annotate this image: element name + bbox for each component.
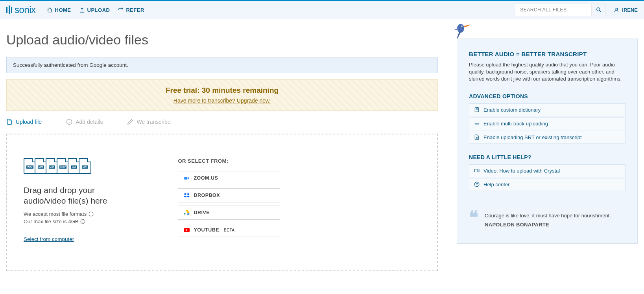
step-divider: [47, 122, 61, 122]
quote-text: Courage is like love; it must have hope …: [485, 213, 611, 219]
or-select-label: OR SELECT FROM:: [178, 158, 296, 164]
trial-upgrade-link[interactable]: Have more to transcribe? Upgrade now.: [173, 97, 271, 104]
svg-point-7: [457, 24, 464, 33]
file-icon: [6, 119, 13, 125]
svg-point-0: [597, 8, 600, 11]
help-icon: [474, 182, 480, 187]
header-right: IRENE: [515, 4, 638, 16]
alert-auth-text: Successfully authenticated from Google a…: [13, 62, 128, 68]
refer-icon: [118, 7, 124, 13]
alert-auth-success: Successfully authenticated from Google a…: [6, 57, 438, 73]
multitrack-icon: [474, 121, 480, 126]
nav-upload-label: UPLOAD: [87, 7, 110, 13]
step-divider: [108, 122, 122, 122]
source-youtube-label: YOUTUBE: [194, 227, 219, 233]
source-zoom-button[interactable]: ZOOM.US: [178, 171, 280, 185]
svg-rect-11: [474, 169, 478, 172]
home-icon: [47, 7, 53, 13]
upload-icon: [79, 7, 85, 13]
brand-text: sonix: [15, 4, 36, 15]
step-upload-label: Upload file: [16, 119, 42, 125]
sidebar-heading-help: NEED A LITTLE HELP?: [469, 154, 626, 160]
source-youtube-button[interactable]: YOUTUBE BETA: [178, 223, 280, 237]
logo-icon: [6, 6, 12, 14]
video-icon: [474, 168, 480, 173]
quote-author: NAPOLEON BONAPARTE: [485, 222, 611, 228]
quote-block: ❝ Courage is like love; it must have hop…: [469, 213, 626, 228]
srt-icon: [474, 134, 480, 140]
sidebar-heading-audio: BETTER AUDIO = BETTER TRANSCRIPT: [469, 51, 626, 57]
bird-illustration: [449, 20, 472, 40]
nav-home-label: HOME: [55, 7, 71, 13]
nav-home[interactable]: HOME: [47, 7, 71, 13]
dropbox-icon: [184, 193, 190, 198]
step-transcribe-label: We transcribe: [137, 119, 170, 125]
help-center[interactable]: Help center: [469, 178, 626, 191]
drop-title: Drag and drop your audio/video file(s) h…: [24, 185, 107, 206]
info-icon[interactable]: [89, 211, 94, 217]
pencil-icon: [127, 119, 133, 125]
sidebar-divider: [469, 203, 626, 203]
trial-title: Free trial: 30 minutes remaining: [13, 86, 431, 95]
step-details-label: Add details: [76, 119, 103, 125]
dictionary-icon: [474, 107, 480, 112]
file-format-icons: WAV MP3 M4A MOV AVI MP4: [24, 158, 107, 174]
page-title: Upload audio/video files: [6, 32, 438, 48]
nav-refer[interactable]: REFER: [118, 7, 144, 13]
source-zoom-label: ZOOM.US: [194, 175, 218, 181]
logo[interactable]: sonix: [6, 4, 36, 15]
user-menu[interactable]: IRENE: [614, 7, 638, 13]
step-transcribe: We transcribe: [127, 119, 170, 125]
svg-point-9: [462, 26, 463, 27]
zoom-icon: [184, 175, 190, 181]
user-name: IRENE: [622, 7, 638, 13]
search-input[interactable]: [515, 4, 592, 16]
info-icon: [66, 119, 72, 125]
svg-point-1: [616, 8, 618, 10]
sidebar-heading-advanced: ADVANCED OPTIONS: [469, 93, 626, 99]
svg-rect-5: [185, 177, 188, 179]
drive-icon: [184, 210, 190, 216]
search-icon: [596, 7, 602, 13]
sidebar-audio-text: Please upload the highest quality audio …: [469, 61, 626, 83]
sidebar-panel: BETTER AUDIO = BETTER TRANSCRIPT Please …: [457, 39, 638, 244]
source-dropbox-button[interactable]: DROPBOX: [178, 188, 280, 202]
source-drive-button[interactable]: DRIVE: [178, 206, 280, 220]
youtube-icon: [184, 227, 190, 233]
opt-custom-dictionary[interactable]: Enable custom dictionary: [469, 103, 626, 116]
info-icon[interactable]: [80, 219, 85, 224]
search-button[interactable]: [592, 4, 606, 16]
opt-multitrack[interactable]: Enable multi-track uploading: [469, 117, 626, 130]
quote-icon: ❝: [469, 213, 478, 223]
nav-links: HOME UPLOAD REFER: [47, 7, 144, 13]
upload-steps: Upload file Add details We transcribe: [6, 119, 438, 125]
source-dropbox-label: DROPBOX: [194, 193, 220, 198]
user-icon: [614, 7, 620, 13]
source-drive-label: DRIVE: [194, 210, 210, 215]
youtube-beta-badge: BETA: [224, 228, 234, 232]
help-video[interactable]: Video: How to upload with Crystal: [469, 164, 626, 177]
select-from-computer-link[interactable]: Select from computer: [24, 236, 74, 242]
opt-srt[interactable]: Enable uploading SRT or existing transcr…: [469, 131, 626, 144]
nav-refer-label: REFER: [126, 7, 144, 13]
alert-trial: Free trial: 30 minutes remaining Have mo…: [6, 79, 438, 111]
nav-upload[interactable]: UPLOAD: [79, 7, 110, 13]
dropzone[interactable]: WAV MP3 M4A MOV AVI MP4 Drag and drop yo…: [6, 134, 438, 271]
step-details: Add details: [66, 119, 103, 125]
top-header: sonix HOME UPLOAD REFER IRENE: [0, 0, 644, 19]
step-upload[interactable]: Upload file: [6, 119, 42, 125]
drop-maxsize-note: Our max file size is 4GB: [24, 219, 107, 224]
drop-formats-note: We accept most file formats: [24, 211, 107, 217]
